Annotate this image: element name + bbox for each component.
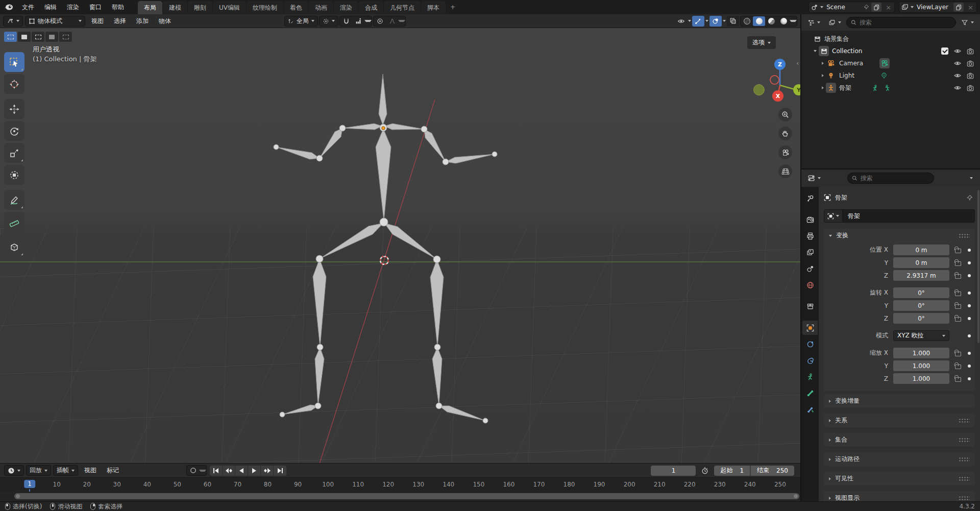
- tab-shading[interactable]: 着色: [284, 1, 308, 14]
- snap-toggle-magnet-icon[interactable]: [340, 16, 352, 27]
- viewlayer-name[interactable]: ViewLayer: [916, 4, 951, 11]
- row-camera[interactable]: Camera: [802, 57, 979, 69]
- expand-collection-icon[interactable]: [814, 50, 817, 52]
- chevron-down-icon[interactable]: [970, 177, 973, 179]
- frame-start-field[interactable]: 起始1: [714, 466, 750, 476]
- scale-y-field[interactable]: 1.000: [893, 360, 949, 371]
- chevron-down-icon[interactable]: [688, 20, 691, 22]
- zoom-icon[interactable]: [778, 108, 792, 121]
- menu-file[interactable]: 文件: [17, 2, 39, 13]
- tool-rotate[interactable]: [4, 121, 24, 141]
- xray-toggle[interactable]: [727, 16, 739, 27]
- shading-wireframe[interactable]: [741, 16, 753, 26]
- current-frame-badge[interactable]: 1: [24, 480, 35, 488]
- camera-view-icon[interactable]: [778, 145, 792, 159]
- play-button[interactable]: [248, 466, 261, 476]
- select-invert-button[interactable]: [45, 32, 58, 42]
- chevron-down-icon[interactable]: [398, 20, 405, 22]
- menu-edit[interactable]: 编辑: [40, 2, 61, 13]
- playback-menu[interactable]: 回放: [26, 465, 51, 476]
- tab-constraints[interactable]: [802, 337, 818, 351]
- hide-eye-icon[interactable]: [953, 60, 962, 66]
- new-scene-button[interactable]: [871, 3, 881, 12]
- menu-help[interactable]: 帮助: [107, 2, 129, 13]
- outliner-search[interactable]: [846, 17, 956, 28]
- panel-motion-paths[interactable]: 运动路径: [824, 452, 975, 466]
- new-viewlayer-button[interactable]: [953, 3, 964, 12]
- overlays-toggle[interactable]: [709, 16, 722, 27]
- jump-to-start-button[interactable]: [210, 466, 223, 476]
- tab-layout[interactable]: 布局: [138, 1, 162, 14]
- select-set-button[interactable]: [4, 32, 17, 42]
- lock-icon[interactable]: [954, 315, 961, 322]
- tab-modeling[interactable]: 建模: [163, 1, 187, 14]
- jump-to-end-button[interactable]: [274, 466, 286, 476]
- tab-scripting[interactable]: 脚本: [421, 1, 446, 14]
- chevron-down-icon[interactable]: [364, 20, 372, 22]
- shading-rendered[interactable]: [777, 16, 790, 26]
- row-armature[interactable]: 骨架: [802, 82, 979, 94]
- keying-menu[interactable]: 插帧: [53, 465, 78, 476]
- breadcrumb-object-name[interactable]: 骨架: [835, 193, 847, 202]
- chevron-down-icon[interactable]: [790, 20, 797, 22]
- rotation-mode-dropdown[interactable]: XYZ 欧拉: [893, 330, 949, 341]
- scene-name[interactable]: Scene: [825, 4, 861, 11]
- animate-dot[interactable]: [968, 291, 971, 295]
- transform-orientation-dropdown[interactable]: 全局: [284, 16, 318, 27]
- panel-collections[interactable]: 集合: [824, 433, 975, 447]
- viewport-3d[interactable]: 用户透视 (1) Collection | 骨架 选项 ‹: [0, 28, 800, 463]
- tab-bone-constraints[interactable]: [802, 402, 818, 417]
- lock-icon[interactable]: [954, 260, 961, 266]
- tab-object-data[interactable]: [802, 370, 818, 384]
- tab-render[interactable]: [802, 212, 818, 227]
- panel-visibility[interactable]: 可见性: [824, 472, 975, 485]
- lock-icon[interactable]: [954, 247, 961, 253]
- menu-add[interactable]: 添加: [132, 15, 153, 27]
- visibility-dropdown-icon[interactable]: [675, 16, 687, 27]
- menu-window[interactable]: 窗口: [85, 2, 106, 13]
- gizmo-axis-x-neg[interactable]: [770, 75, 779, 85]
- properties-search[interactable]: [847, 173, 934, 184]
- current-frame-field[interactable]: 1: [651, 466, 696, 476]
- gizmo-axis-z[interactable]: Z: [774, 59, 786, 70]
- gizmo-toggle[interactable]: [692, 16, 704, 27]
- lock-icon[interactable]: [954, 273, 961, 279]
- tab-bone[interactable]: [802, 386, 818, 400]
- tab-view-layer[interactable]: [802, 245, 818, 259]
- properties-search-input[interactable]: [861, 175, 929, 182]
- tab-world[interactable]: [802, 278, 818, 292]
- menu-select[interactable]: 选择: [110, 15, 130, 27]
- tool-annotate[interactable]: [4, 190, 24, 210]
- pan-hand-icon[interactable]: [778, 127, 792, 140]
- lock-icon[interactable]: [954, 376, 961, 382]
- frame-end-field[interactable]: 结束250: [751, 466, 794, 476]
- disable-render-camera-icon[interactable]: [967, 85, 974, 91]
- outliner-search-input[interactable]: [860, 19, 951, 26]
- menu-render[interactable]: 渲染: [62, 2, 84, 13]
- gizmo-axis-x[interactable]: X: [772, 90, 783, 102]
- tab-sculpting[interactable]: 雕刻: [188, 1, 212, 14]
- tab-output[interactable]: [802, 229, 818, 243]
- properties-editor-type-button[interactable]: [804, 173, 824, 184]
- auto-key-record-icon[interactable]: [187, 465, 199, 476]
- panel-delta-transform[interactable]: 变换增量: [824, 394, 975, 408]
- tool-cursor[interactable]: [4, 74, 24, 94]
- tool-scale[interactable]: [4, 143, 24, 163]
- options-dropdown[interactable]: 选项: [747, 36, 776, 49]
- timeline-scrollbar-thumb[interactable]: [14, 493, 799, 499]
- menu-object[interactable]: 物体: [155, 15, 175, 27]
- falloff-icon[interactable]: [386, 16, 398, 27]
- tab-tool[interactable]: [802, 191, 818, 205]
- timeline-editor-type-button[interactable]: [4, 465, 24, 476]
- animate-dot[interactable]: [968, 261, 971, 264]
- scale-z-field[interactable]: 1.000: [893, 373, 949, 384]
- lock-icon[interactable]: [954, 363, 961, 369]
- select-intersect-button[interactable]: [59, 32, 72, 42]
- location-x-field[interactable]: 0 m: [893, 245, 949, 255]
- object-name-field[interactable]: 骨架: [843, 209, 975, 223]
- hide-eye-icon[interactable]: [953, 72, 962, 79]
- disable-render-camera-icon[interactable]: [967, 72, 974, 79]
- add-workspace-button[interactable]: +: [446, 1, 459, 14]
- blender-logo-icon[interactable]: [3, 3, 14, 12]
- outliner-display-mode-button[interactable]: [804, 17, 823, 28]
